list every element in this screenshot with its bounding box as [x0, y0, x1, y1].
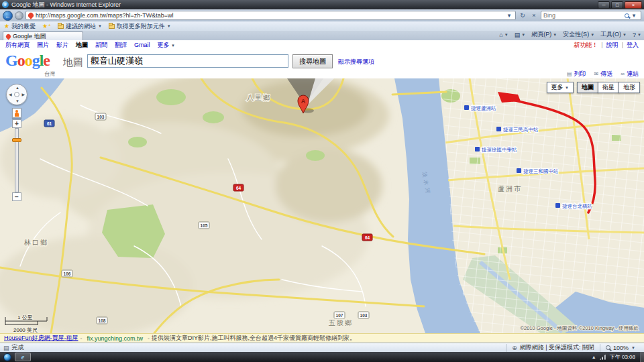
svg-text:103: 103 — [97, 115, 105, 119]
nav-link-news[interactable]: 新聞 — [95, 41, 107, 50]
svg-text:108: 108 — [99, 318, 106, 323]
chevron-down-icon: ▼ — [590, 33, 594, 37]
forward-button[interactable]: → — [15, 11, 23, 20]
network-icon[interactable] — [600, 355, 606, 360]
map-type-buttons: 更多 ▼ 地圖 衛星 地形 — [547, 82, 640, 93]
nav-link-more[interactable]: 更多 ▼ — [158, 41, 175, 50]
print-button[interactable]: ▤ ▼ — [515, 32, 525, 38]
refresh-button[interactable]: ↻ — [518, 11, 527, 20]
logo-region: 台灣 — [44, 70, 55, 78]
road-shield: 106 — [62, 270, 72, 277]
chevron-down-icon: ▼ — [521, 33, 525, 37]
district-label: 林口鄉 — [23, 239, 48, 246]
gbar-right-links: 新功能！ | 說明 | 登入 — [574, 41, 639, 50]
satellite-view-button[interactable]: 衛星 — [598, 82, 619, 93]
web-search-box[interactable]: ▾ — [541, 11, 641, 20]
zoom-out-button[interactable]: − — [12, 192, 21, 201]
svg-text:捷運台北橋站: 捷運台北橋站 — [562, 203, 593, 209]
zoom-in-button[interactable]: + — [12, 119, 21, 128]
pan-up-icon[interactable]: ▲ — [15, 86, 19, 90]
link-icon: ∞ — [621, 71, 625, 77]
taskbar-ie-button[interactable]: e — [15, 353, 31, 361]
nav-link-translate[interactable]: 翻譯 — [115, 41, 127, 50]
help-link[interactable]: 說明 — [606, 41, 619, 50]
road-shield: 103 — [95, 113, 106, 120]
chevron-down-icon: ▼ — [504, 33, 508, 37]
station-label: 捷運三和國中站 — [517, 168, 559, 174]
pan-down-icon[interactable]: ▼ — [15, 99, 19, 103]
district-label: 五股鄉 — [329, 319, 353, 326]
ie-icon: e — [2, 1, 9, 8]
help-button[interactable]: ? ▼ — [633, 32, 641, 38]
close-button[interactable]: × — [625, 1, 642, 9]
zoom-slider-handle[interactable] — [12, 138, 21, 142]
road-shield: 103 — [358, 312, 369, 318]
favbar-item-suggested-sites[interactable]: 建議的網站 ▼ — [58, 22, 102, 31]
page-icon: ▤ — [3, 345, 9, 351]
pan-control[interactable]: ▲ ▼ ◀ ▶ — [6, 84, 28, 105]
terrain-view-button[interactable]: 地形 — [619, 82, 640, 93]
favbar-item-more-addons[interactable]: 取得更多附加元件 ▼ — [109, 22, 171, 31]
url-box[interactable]: ▾ — [25, 11, 516, 20]
print-icon: ▤ — [567, 71, 572, 77]
district-label: 八里鄉 — [247, 94, 271, 101]
search-icon[interactable] — [625, 13, 629, 18]
map-view-button[interactable]: 地圖 — [577, 82, 598, 93]
map-navigation-control: ▲ ▼ ◀ ▶ + − — [5, 84, 28, 201]
nav-link-videos[interactable]: 影片 — [56, 41, 68, 50]
show-desktop-button[interactable] — [640, 352, 644, 362]
status-bar: ▤ 完成 ⊕ 網際網路 | 受保護模式: 關閉 100% ▼ — [0, 343, 644, 352]
zoom-control[interactable]: 100% ▼ — [600, 344, 641, 352]
chevron-down-icon: ▼ — [553, 33, 557, 37]
more-layers-button[interactable]: 更多 ▼ — [547, 82, 574, 93]
svg-text:61: 61 — [47, 121, 52, 126]
address-bar: ← → ▾ ↻ × ▾ — [0, 9, 644, 21]
home-button[interactable]: ⌂ ▼ — [499, 32, 508, 38]
url-dropdown-icon[interactable]: ▾ — [504, 11, 514, 20]
stop-button[interactable]: × — [529, 11, 539, 20]
search-map-button[interactable]: 搜尋地圖 — [292, 54, 333, 68]
ad-description: 提供裝潢文章DIY影片,施工叫料服務,全台超過4千家優質廠商輕鬆修繕到家。 — [152, 334, 356, 343]
svg-text:2000 英尺: 2000 英尺 — [13, 327, 38, 333]
star-icon: ★ — [4, 23, 9, 29]
safety-menu-button[interactable]: 安全性(S) ▼ — [563, 30, 594, 39]
nav-link-images[interactable]: 圖片 — [37, 41, 49, 50]
back-button[interactable]: ← — [3, 11, 13, 21]
zoom-icon — [606, 345, 610, 350]
send-link[interactable]: ✉ 傳送 — [594, 70, 613, 78]
tray-expand-icon[interactable]: ▲ — [592, 355, 596, 359]
ad-title-link[interactable]: HouseFun好房網-買屋-租屋 — [4, 334, 78, 343]
zoom-slider[interactable] — [15, 128, 19, 192]
tools-menu-button[interactable]: 工具(O) ▼ — [600, 30, 627, 39]
tab-google-maps[interactable]: Google 地圖 — [3, 32, 83, 40]
pegman-control[interactable] — [12, 108, 21, 118]
new-features-link[interactable]: 新功能！ — [574, 41, 598, 50]
pan-left-icon[interactable]: ◀ — [9, 93, 12, 97]
page-menu-button[interactable]: 網頁(P) ▼ — [531, 30, 557, 39]
print-link[interactable]: ▤ 列印 — [567, 70, 586, 78]
pan-right-icon[interactable]: ▶ — [21, 93, 25, 97]
add-favorite-icon[interactable]: ★⁺ — [42, 23, 51, 29]
favorites-button[interactable]: ★ 我的最愛 — [4, 22, 36, 31]
help-icon: ? — [633, 32, 636, 38]
svg-text:A: A — [301, 98, 306, 105]
taskbar-clock[interactable]: 下午 03:08 — [610, 353, 635, 361]
map-canvas[interactable]: 61 64 64 103 105 106 107 108 103 八里鄉 林口鄉… — [0, 78, 644, 333]
map-viewport[interactable]: 61 64 64 103 105 106 107 108 103 八里鄉 林口鄉… — [0, 78, 644, 333]
nav-link-gmail[interactable]: Gmail — [134, 42, 150, 48]
url-input[interactable] — [36, 12, 504, 19]
minimize-button[interactable]: ─ — [598, 1, 610, 9]
link-link[interactable]: ∞ 連結 — [621, 70, 639, 78]
start-button[interactable] — [3, 353, 11, 361]
maximize-button[interactable]: □ — [611, 1, 623, 9]
chevron-down-icon: ▼ — [637, 33, 641, 37]
web-search-input[interactable] — [543, 12, 625, 19]
sign-in-link[interactable]: 登入 — [627, 41, 639, 50]
map-search-input[interactable] — [87, 54, 288, 68]
search-provider-dropdown-icon[interactable]: ▾ — [629, 11, 639, 20]
show-search-options-link[interactable]: 顯示搜尋選項 — [338, 58, 374, 66]
svg-text:106: 106 — [64, 272, 71, 276]
nav-link-web[interactable]: 所有網頁 — [5, 41, 30, 50]
pan-center-button[interactable] — [14, 92, 19, 97]
page-favicon — [27, 11, 34, 19]
